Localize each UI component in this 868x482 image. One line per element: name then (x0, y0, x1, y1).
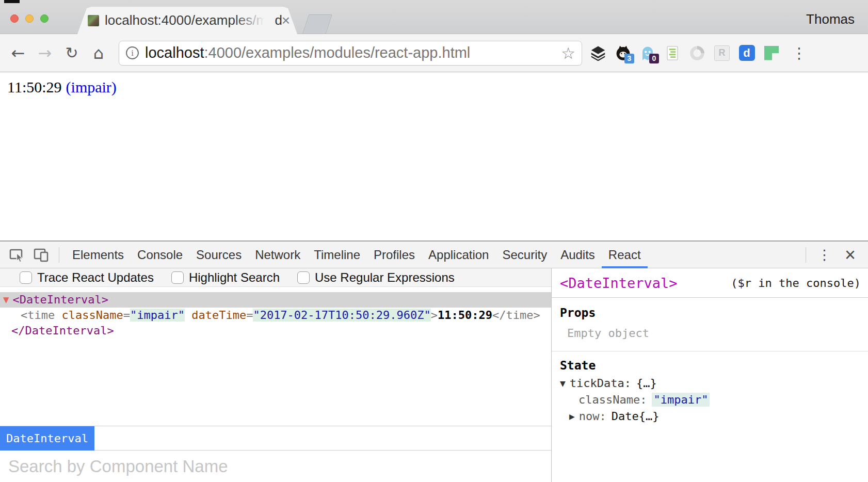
traffic-lights (10, 14, 49, 23)
highlight-search-option[interactable]: Highlight Search (171, 270, 280, 285)
back-button[interactable]: ← (8, 43, 28, 63)
devdocs-extension-icon[interactable]: d (738, 44, 756, 62)
device-toolbar-icon[interactable] (33, 246, 51, 264)
devtools-tab-network[interactable]: Network (248, 242, 307, 268)
selected-component-name: <DateInterval> (560, 275, 678, 291)
clock-text: 11:50:29 (7, 78, 62, 95)
breadcrumb: DateInterval (0, 426, 551, 451)
browser-menu-icon[interactable]: ⋮ (792, 44, 807, 62)
highlight-search-checkbox[interactable] (171, 271, 184, 284)
green-flag-extension-icon[interactable] (763, 44, 780, 62)
devtools-tab-security[interactable]: Security (495, 242, 554, 268)
titlebar: localhost:4000/examples/mod × Thomas (0, 0, 868, 34)
url-host: localhost (145, 44, 204, 61)
devtools-tab-react[interactable]: React (602, 242, 648, 268)
trace-react-updates-option[interactable]: Trace React Updates (20, 270, 154, 285)
address-bar[interactable]: i localhost:4000/examples/modules/react-… (119, 41, 582, 66)
search-input[interactable] (0, 451, 551, 482)
state-section: State ▼tickData:{…} className:"impair" ▶… (552, 351, 868, 432)
devtools-tabbar: Elements Console Sources Network Timelin… (0, 242, 868, 268)
devdocs-letter: d (739, 45, 755, 61)
tree-row-time-element[interactable]: <time className="impair" dateTime="2017-… (0, 308, 551, 323)
bookmark-star-icon[interactable]: ☆ (561, 44, 575, 62)
devtools-tab-timeline[interactable]: Timeline (307, 242, 367, 268)
react-inspector-panel: <DateInterval> ($r in the console) Props… (551, 268, 868, 482)
reading-list-extension-icon[interactable]: R (713, 44, 731, 62)
devtools-tab-console[interactable]: Console (131, 242, 189, 268)
react-options-row: Trace React Updates Highlight Search Use… (0, 268, 551, 287)
collapse-down-icon[interactable]: ▼ (560, 379, 566, 388)
state-label: State (560, 359, 860, 372)
close-window-button[interactable] (10, 14, 19, 23)
devtools-tab-sources[interactable]: Sources (189, 242, 248, 268)
react-tree-panel: Trace React Updates Highlight Search Use… (0, 268, 551, 482)
ghost-badge: 0 (649, 54, 659, 63)
buffer-extension-icon[interactable] (589, 44, 607, 62)
extensions-area: 3 0 R d ⋮ (589, 44, 817, 62)
props-section: Props Empty object (552, 298, 868, 351)
tree-row-dateinterval[interactable]: ▼<DateInterval> (0, 292, 551, 308)
url-text[interactable]: localhost:4000/examples/modules/react-ap… (145, 44, 561, 61)
devtools-close-icon[interactable]: × (845, 246, 856, 264)
minimize-window-button[interactable] (25, 14, 34, 23)
profile-name[interactable]: Thomas (806, 11, 855, 27)
collapse-right-icon[interactable]: ▶ (569, 412, 575, 421)
state-row-now[interactable]: ▶now:Date{…} (560, 408, 860, 425)
trace-react-updates-checkbox[interactable] (20, 271, 32, 284)
state-row-classname[interactable]: className:"impair" (560, 392, 860, 408)
forward-button: → (35, 43, 55, 63)
props-empty-text: Empty object (567, 327, 860, 340)
devtools-tab-application[interactable]: Application (422, 242, 495, 268)
inspector-header: <DateInterval> ($r in the console) (552, 268, 868, 298)
inspect-element-icon[interactable] (8, 246, 26, 264)
screen-artifact (4, 0, 20, 3)
tab-title-fade (234, 8, 275, 34)
collapse-triangle-icon[interactable]: ▼ (3, 295, 9, 304)
browser-window: localhost:4000/examples/mod × Thomas ← →… (0, 0, 868, 482)
reload-button[interactable]: ↻ (62, 44, 82, 62)
devtools-panel: Elements Console Sources Network Timelin… (0, 240, 868, 482)
devtools-tab-profiles[interactable]: Profiles (367, 242, 422, 268)
fullscreen-window-button[interactable] (40, 14, 49, 23)
page-content: 11:50:29(impair) (0, 72, 868, 240)
devtools-tab-audits[interactable]: Audits (554, 242, 602, 268)
state-row-tickdata[interactable]: ▼tickData:{…} (560, 375, 860, 392)
page-info-icon[interactable]: i (126, 46, 139, 59)
use-regex-option[interactable]: Use Regular Expressions (297, 270, 455, 285)
green-flag-shape (764, 46, 779, 60)
new-tab-button[interactable] (302, 14, 332, 34)
home-button[interactable]: ⌂ (89, 43, 108, 63)
tab-favicon (88, 15, 99, 26)
ghost-extension-icon[interactable]: 0 (639, 44, 656, 62)
parity-link[interactable]: (impair) (66, 78, 117, 95)
reading-list-letter: R (714, 45, 730, 61)
browser-tab[interactable]: localhost:4000/examples/mod × (77, 7, 297, 34)
use-regex-checkbox[interactable] (297, 271, 310, 284)
browser-toolbar: ← → ↻ ⌂ i localhost:4000/examples/module… (0, 34, 868, 72)
github-badge: 3 (624, 54, 634, 63)
toolbar-separator (806, 247, 806, 263)
toolbar-separator (59, 247, 59, 263)
console-hint: ($r in the console) (731, 277, 861, 290)
disabled-swirl-extension-icon[interactable] (688, 44, 706, 62)
props-label: Props (560, 306, 860, 319)
notes-extension-icon[interactable] (664, 44, 681, 62)
devtools-tab-elements[interactable]: Elements (66, 242, 131, 268)
breadcrumb-item-dateinterval[interactable]: DateInterval (0, 426, 94, 451)
component-search-row (0, 451, 551, 482)
github-extension-icon[interactable]: 3 (614, 44, 632, 62)
tab-close-icon[interactable]: × (282, 13, 290, 28)
url-path: :4000/examples/modules/react-app.html (204, 44, 470, 61)
devtools-menu-icon[interactable]: ⋮ (817, 247, 831, 263)
tree-row-dateinterval-close[interactable]: </DateInterval> (0, 323, 551, 339)
component-tree: ▼<DateInterval> <time className="impair"… (0, 287, 551, 426)
